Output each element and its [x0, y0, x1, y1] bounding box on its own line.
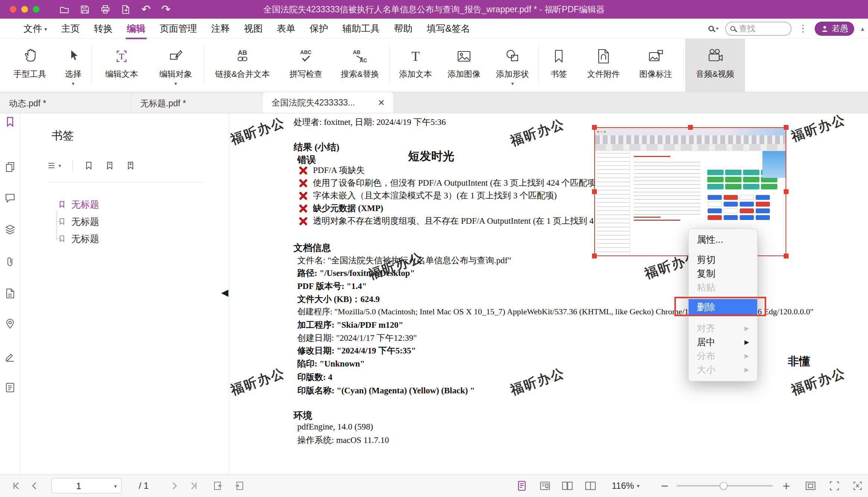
resize-handle-e[interactable] — [784, 189, 789, 194]
menu-accessibility[interactable]: 辅助工具 — [335, 20, 387, 37]
ribbon-separator — [683, 45, 684, 85]
search-input[interactable] — [739, 24, 780, 34]
bookmarks-panel-icon-active[interactable] — [4, 116, 16, 128]
bookmark-settings-button[interactable] — [126, 161, 135, 170]
collapse-ribbon-icon[interactable]: ▴ — [861, 25, 864, 33]
panel-divider — [49, 182, 204, 182]
hand-tool-button[interactable]: 手型工具 — [4, 39, 56, 92]
context-menu-properties[interactable]: 属性... — [689, 233, 757, 246]
destinations-panel-icon[interactable] — [4, 318, 16, 330]
signatures-panel-icon[interactable] — [4, 350, 16, 362]
redo-icon[interactable]: ↷ — [161, 4, 170, 15]
menu-help[interactable]: 帮助 — [387, 20, 420, 37]
previous-view-button[interactable] — [212, 480, 224, 492]
single-page-view-button[interactable] — [516, 479, 528, 492]
export-document-icon[interactable] — [121, 4, 131, 15]
search-options-button[interactable]: ▾ — [708, 26, 718, 31]
more-options-icon[interactable]: ⋮ — [798, 23, 808, 34]
resize-handle-nw[interactable] — [592, 125, 597, 130]
edit-object-button[interactable]: 编辑对象 ▾ — [150, 39, 202, 92]
next-view-button[interactable] — [234, 480, 245, 492]
layers-panel-icon[interactable] — [4, 224, 16, 236]
user-account-button[interactable]: 若愚 — [815, 22, 854, 36]
menu-protect[interactable]: 保护 — [303, 20, 335, 37]
undo-icon[interactable]: ↶ — [141, 4, 151, 15]
bookmark-item[interactable]: 无标题 — [58, 214, 99, 229]
find-search-box[interactable] — [725, 22, 792, 36]
menu-file[interactable]: 文件▾ — [16, 20, 54, 37]
add-shape-button[interactable]: 添加形状 ▾ — [488, 39, 537, 92]
zoom-in-button[interactable]: + — [783, 479, 790, 492]
select-tool-button[interactable]: 选择 ▾ — [56, 39, 90, 92]
bookmark-button[interactable]: 书签 — [540, 39, 577, 92]
chevron-down-icon: ▾ — [174, 81, 177, 86]
menu-home[interactable]: 主页 — [54, 20, 87, 37]
attachments-panel-icon[interactable] — [4, 256, 16, 268]
resize-handle-se[interactable] — [784, 254, 789, 258]
file-attachment-button[interactable]: 文件附件 — [577, 39, 630, 92]
link-join-text-button[interactable]: AB 链接&合并文本 — [205, 39, 280, 92]
collapse-panel-button[interactable]: ◀ — [221, 287, 228, 298]
env-heading: 环境 — [294, 409, 312, 422]
first-page-button[interactable] — [10, 480, 22, 491]
last-page-button[interactable] — [188, 480, 200, 491]
document-tab-1[interactable]: 动态.pdf * — [0, 94, 131, 113]
menu-convert[interactable]: 转换 — [87, 20, 120, 37]
expand-view-button[interactable] — [851, 479, 864, 492]
spell-check-button[interactable]: ABC 拼写检查 — [280, 39, 332, 92]
menu-view[interactable]: 视图 — [237, 20, 270, 37]
zoom-window-button[interactable] — [33, 6, 40, 13]
close-tab-icon[interactable]: × — [378, 96, 385, 109]
document-page[interactable]: 福昕办公 福昕办公 福昕办公 福昕办公 福昕办公 福昕办公 福昕办公 福昕办公 … — [229, 113, 868, 474]
minimize-window-button[interactable] — [21, 6, 28, 13]
print-icon[interactable] — [100, 4, 110, 15]
add-image-button[interactable]: 添加图像 — [440, 39, 488, 92]
document-tab-3-active[interactable]: 全国法院失4233333...× — [263, 92, 394, 113]
comments-panel-icon[interactable] — [4, 192, 16, 204]
next-page-button[interactable] — [169, 480, 180, 491]
menu-page-management[interactable]: 页面管理 — [153, 20, 204, 37]
context-menu-center[interactable]: 居中▶ — [689, 335, 757, 349]
previous-page-button[interactable] — [29, 480, 40, 491]
audio-video-button-selected[interactable]: 音频&视频 — [685, 39, 745, 92]
context-menu-copy[interactable]: 复制 — [689, 267, 757, 280]
bookmarks-panel: 书签 ▾ 无标题 无标题 无标题 ◀ — [21, 113, 229, 474]
form-panel-icon[interactable] — [4, 381, 16, 393]
zoom-out-button[interactable]: − — [661, 479, 668, 492]
bookmark-list-options-button[interactable]: ▾ — [47, 161, 61, 170]
edit-text-button[interactable]: T 编辑文本 — [94, 39, 150, 92]
bookmark-item[interactable]: 无标题 — [58, 231, 99, 246]
menu-form[interactable]: 表单 — [270, 20, 303, 37]
menu-comment[interactable]: 注释 — [204, 20, 237, 37]
close-window-button[interactable] — [10, 6, 16, 13]
open-file-icon[interactable] — [59, 4, 69, 15]
document-tab-2[interactable]: 无标题.pdf * — [131, 94, 263, 113]
page-number-input[interactable] — [56, 481, 101, 491]
resize-handle-w[interactable] — [592, 189, 597, 194]
context-menu-cut[interactable]: 剪切 — [689, 253, 757, 267]
page-thumbnails-icon[interactable] — [4, 161, 16, 173]
book-view-button[interactable] — [584, 479, 597, 492]
fit-page-button[interactable] — [804, 479, 817, 492]
menu-fill-sign[interactable]: 填写&签名 — [420, 20, 477, 37]
fields-panel-icon[interactable] — [4, 287, 16, 299]
menu-edit-active[interactable]: 编辑 — [120, 20, 153, 37]
chevron-down-icon: ▾ — [59, 163, 61, 169]
two-page-view-button[interactable] — [561, 479, 574, 492]
resize-handle-ne[interactable] — [784, 125, 789, 130]
zoom-level-dropdown[interactable]: 116%▾ — [612, 481, 640, 491]
fullscreen-button[interactable] — [828, 479, 841, 492]
resize-handle-sw[interactable] — [592, 254, 597, 258]
image-annotation-button[interactable]: 图像标注 — [630, 39, 682, 92]
page-number-box[interactable]: ▾ — [51, 478, 122, 494]
resize-handle-n[interactable] — [688, 125, 693, 130]
reading-mode-button[interactable] — [539, 479, 551, 492]
zoom-slider-thumb[interactable] — [720, 482, 727, 490]
add-text-button[interactable]: T 添加文本 — [391, 39, 440, 92]
delete-bookmark-button[interactable] — [105, 161, 115, 170]
save-icon[interactable] — [80, 4, 90, 15]
bookmark-item-selected[interactable]: 无标题 — [58, 197, 99, 212]
window-title: 全国法院失4233333信被执行人名单信息公布与查询_报告_wrapper.pd… — [263, 4, 605, 15]
search-replace-button[interactable]: ABAC 搜索&替换 — [332, 39, 388, 92]
add-bookmark-button[interactable] — [84, 161, 94, 170]
